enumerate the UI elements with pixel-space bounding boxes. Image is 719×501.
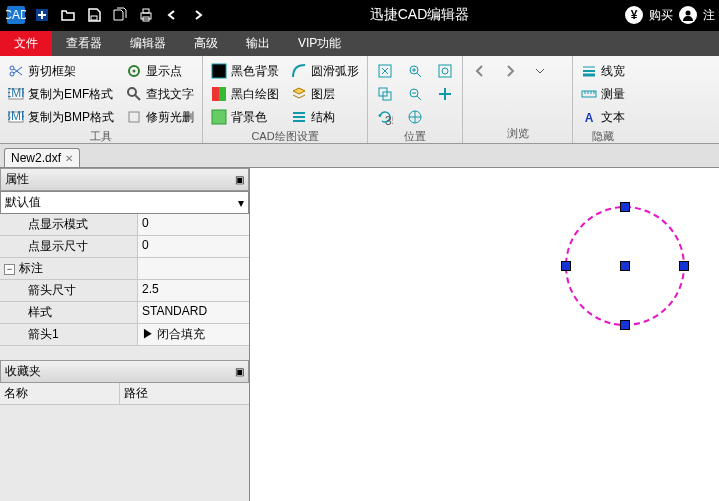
menu-output[interactable]: 输出 bbox=[232, 31, 284, 56]
prop-label: 点显示模式 bbox=[0, 214, 138, 235]
nav-prev[interactable] bbox=[469, 60, 491, 82]
pos-btn-7[interactable] bbox=[434, 60, 456, 82]
pin-icon[interactable]: ▣ bbox=[235, 366, 244, 377]
pos-btn-8[interactable] bbox=[434, 83, 456, 105]
tool-trim[interactable]: 修剪光删 bbox=[124, 106, 196, 128]
favorites-col-path[interactable]: 路径 bbox=[120, 383, 152, 404]
tool-find-text[interactable]: 查找文字 bbox=[124, 83, 196, 105]
pin-icon[interactable]: ▣ bbox=[235, 174, 244, 185]
menubar: 文件 查看器 编辑器 高级 输出 VIP功能 bbox=[0, 30, 719, 56]
emf-icon: EMF bbox=[8, 86, 24, 102]
pos-btn-6[interactable] bbox=[404, 106, 426, 128]
user-icon[interactable] bbox=[679, 6, 697, 24]
prop-value[interactable]: 0 bbox=[138, 214, 249, 235]
prop-value[interactable]: STANDARD bbox=[138, 302, 249, 323]
properties-default-dropdown[interactable]: 默认值 ▾ bbox=[0, 191, 249, 214]
pan-icon bbox=[437, 86, 453, 102]
svg-point-8 bbox=[10, 66, 14, 70]
cad-smooth-arc[interactable]: 圆滑弧形 bbox=[289, 60, 361, 82]
ribbon-group-tools-label: 工具 bbox=[6, 128, 196, 144]
prop-value[interactable]: ▶ 闭合填充 bbox=[138, 324, 249, 345]
arrowhead-icon: ▶ bbox=[142, 327, 154, 341]
drawing-canvas[interactable] bbox=[250, 168, 719, 501]
pos-btn-3[interactable]: 35 bbox=[374, 106, 396, 128]
login-link[interactable]: 注 bbox=[703, 7, 715, 24]
close-tab-icon[interactable]: ✕ bbox=[65, 153, 73, 164]
nav-dropdown[interactable] bbox=[529, 60, 551, 82]
menu-editor[interactable]: 编辑器 bbox=[116, 31, 180, 56]
pos-btn-2[interactable] bbox=[374, 83, 396, 105]
trim-icon bbox=[126, 109, 142, 125]
svg-text:EMF: EMF bbox=[8, 86, 24, 100]
buy-link[interactable]: 购买 bbox=[649, 7, 673, 24]
new-icon[interactable] bbox=[30, 3, 54, 27]
tool-copy-bmp[interactable]: BMP复制为BMP格式 bbox=[6, 106, 116, 128]
fit-icon bbox=[437, 63, 453, 79]
document-tab[interactable]: New2.dxf ✕ bbox=[4, 148, 80, 167]
grip-center[interactable] bbox=[620, 261, 630, 271]
grip-right[interactable] bbox=[679, 261, 689, 271]
menu-vip[interactable]: VIP功能 bbox=[284, 31, 355, 56]
hide-measure[interactable]: 测量 bbox=[579, 83, 627, 105]
arrow-right-icon bbox=[502, 63, 518, 79]
ribbon-group-hide-label: 隐藏 bbox=[579, 128, 627, 144]
tool-crop-frame[interactable]: 剪切框架 bbox=[6, 60, 116, 82]
bw-icon bbox=[211, 86, 227, 102]
hide-lineweight[interactable]: 线宽 bbox=[579, 60, 627, 82]
save-icon[interactable] bbox=[82, 3, 106, 27]
cad-black-bg[interactable]: 黑色背景 bbox=[209, 60, 281, 82]
tool-show-points[interactable]: 显示点 bbox=[124, 60, 196, 82]
pos-btn-1[interactable] bbox=[374, 60, 396, 82]
ruler-icon bbox=[581, 86, 597, 102]
favorites-columns: 名称 路径 bbox=[0, 383, 249, 405]
favorites-col-name[interactable]: 名称 bbox=[0, 383, 120, 404]
points-icon bbox=[126, 63, 142, 79]
open-icon[interactable] bbox=[56, 3, 80, 27]
cad-bg-color[interactable]: 背景色 bbox=[209, 106, 281, 128]
svg-rect-5 bbox=[143, 9, 149, 13]
grip-bottom[interactable] bbox=[620, 320, 630, 330]
svg-point-15 bbox=[133, 70, 136, 73]
print-icon[interactable] bbox=[134, 3, 158, 27]
nav-next[interactable] bbox=[499, 60, 521, 82]
prop-label: 样式 bbox=[0, 302, 138, 323]
prop-group[interactable]: −标注 bbox=[0, 258, 138, 279]
bmp-icon: BMP bbox=[8, 109, 24, 125]
collapse-icon[interactable]: − bbox=[4, 264, 15, 275]
cad-layers[interactable]: 图层 bbox=[289, 83, 361, 105]
prop-value[interactable]: 2.5 bbox=[138, 280, 249, 301]
menu-file[interactable]: 文件 bbox=[0, 31, 52, 56]
saveall-icon[interactable] bbox=[108, 3, 132, 27]
cad-structure[interactable]: 结构 bbox=[289, 106, 361, 128]
pos-btn-4[interactable] bbox=[404, 60, 426, 82]
grip-left[interactable] bbox=[561, 261, 571, 271]
bgcolor-icon bbox=[211, 109, 227, 125]
hide-text[interactable]: A文本 bbox=[579, 106, 627, 128]
properties-panel-header[interactable]: 属性 ▣ bbox=[0, 168, 249, 191]
ribbon: 剪切框架 EMF复制为EMF格式 BMP复制为BMP格式 显示点 查找文字 修剪… bbox=[0, 56, 719, 144]
redo-icon[interactable] bbox=[186, 3, 210, 27]
pos-btn-5[interactable] bbox=[404, 83, 426, 105]
zoom-out-icon bbox=[407, 86, 423, 102]
tool-copy-emf[interactable]: EMF复制为EMF格式 bbox=[6, 83, 116, 105]
undo-icon[interactable] bbox=[160, 3, 184, 27]
favorites-panel-header[interactable]: 收藏夹 ▣ bbox=[0, 360, 249, 383]
prop-value[interactable]: 0 bbox=[138, 236, 249, 257]
properties-table: 点显示模式0 点显示尺寸0 −标注 箭头尺寸2.5 样式STANDARD 箭头1… bbox=[0, 214, 249, 346]
svg-rect-21 bbox=[212, 110, 226, 124]
prop-label: 箭头1 bbox=[0, 324, 138, 345]
pos-btn-9[interactable] bbox=[434, 106, 456, 128]
prop-label: 点显示尺寸 bbox=[0, 236, 138, 257]
grip-top[interactable] bbox=[620, 202, 630, 212]
svg-rect-3 bbox=[91, 16, 97, 20]
compass-icon bbox=[407, 109, 423, 125]
svg-rect-20 bbox=[219, 87, 226, 101]
menu-advanced[interactable]: 高级 bbox=[180, 31, 232, 56]
favorites-body bbox=[0, 405, 249, 501]
cad-bw-draw[interactable]: 黑白绘图 bbox=[209, 83, 281, 105]
prop-label: 箭头尺寸 bbox=[0, 280, 138, 301]
zoom-window-icon bbox=[377, 86, 393, 102]
currency-icon[interactable]: ¥ bbox=[625, 6, 643, 24]
menu-viewer[interactable]: 查看器 bbox=[52, 31, 116, 56]
svg-text:A: A bbox=[585, 111, 594, 125]
